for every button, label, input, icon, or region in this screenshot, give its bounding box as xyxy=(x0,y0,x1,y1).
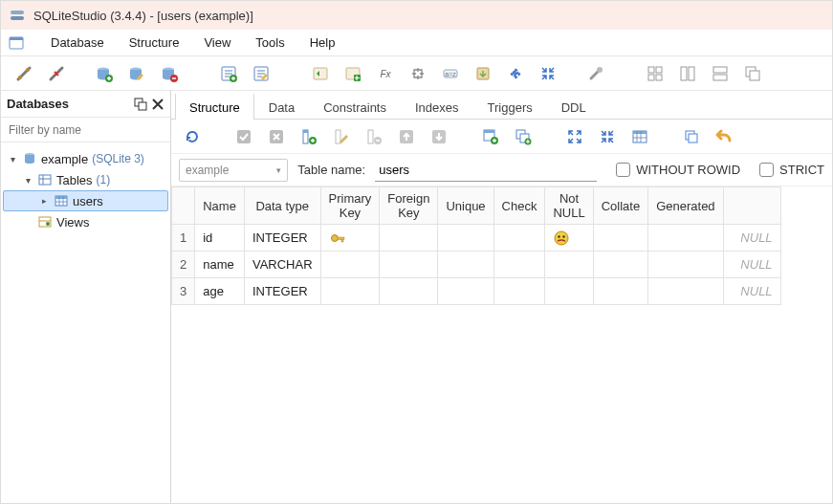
function-fx-icon[interactable]: Fx xyxy=(372,60,399,87)
tab-indexes[interactable]: Indexes xyxy=(401,94,473,120)
cell-pk[interactable] xyxy=(320,252,380,278)
sql-editor-icon[interactable] xyxy=(215,60,242,87)
header-name[interactable]: Name xyxy=(195,187,245,225)
cell-check[interactable] xyxy=(493,252,545,278)
cell-name[interactable]: age xyxy=(195,278,245,305)
import-table-icon[interactable] xyxy=(594,123,621,150)
export-table-icon[interactable] xyxy=(561,123,588,150)
create-table-similar-icon[interactable] xyxy=(477,123,504,150)
header-extra[interactable] xyxy=(723,187,780,225)
header-notnull[interactable]: Not NULL xyxy=(545,187,593,225)
tab-ddl[interactable]: DDL xyxy=(547,94,601,120)
cell-notnull[interactable] xyxy=(545,278,593,305)
expander-icon[interactable]: ▾ xyxy=(22,174,33,186)
cell-name[interactable]: name xyxy=(195,252,245,278)
header-collate[interactable]: Collate xyxy=(593,187,647,225)
cell-unique[interactable] xyxy=(438,252,493,278)
panel-popout-icon[interactable] xyxy=(134,98,147,111)
add-column-icon[interactable] xyxy=(296,123,322,150)
header-generated[interactable]: Generated xyxy=(648,187,723,225)
layout-rows-icon[interactable] xyxy=(707,60,734,87)
remove-database-icon[interactable] xyxy=(156,60,183,87)
cell-collate[interactable] xyxy=(593,225,647,252)
table-row[interactable]: 1idINTEGERNULL xyxy=(172,225,781,252)
extension-icon[interactable] xyxy=(405,60,431,87)
cell-check[interactable] xyxy=(493,225,545,252)
rollback-icon[interactable] xyxy=(263,123,290,150)
strict-checkbox[interactable]: STRICT xyxy=(759,163,824,177)
cell-name[interactable]: id xyxy=(195,225,245,252)
tree-database-node[interactable]: ▾ example (SQLite 3) xyxy=(3,148,168,169)
tab-triggers[interactable]: Triggers xyxy=(473,94,547,120)
layout-cascade-icon[interactable] xyxy=(739,60,766,87)
tab-structure[interactable]: Structure xyxy=(175,93,254,120)
cell-collate[interactable] xyxy=(593,278,647,305)
header-unique[interactable]: Unique xyxy=(438,187,493,225)
layout-columns-icon[interactable] xyxy=(674,60,701,87)
cell-generated[interactable] xyxy=(648,278,723,305)
functions-editor-icon[interactable] xyxy=(307,60,334,87)
menu-help[interactable]: Help xyxy=(298,32,347,54)
move-up-icon[interactable] xyxy=(393,123,420,150)
expander-icon[interactable]: ▾ xyxy=(7,153,18,164)
configure-icon[interactable] xyxy=(582,60,609,87)
copy-icon[interactable] xyxy=(678,123,705,150)
cell-extra[interactable]: NULL xyxy=(723,252,780,278)
refresh-icon[interactable] xyxy=(179,123,206,150)
cell-notnull[interactable] xyxy=(545,252,593,278)
header-pk[interactable]: Primary Key xyxy=(320,187,380,225)
cell-generated[interactable] xyxy=(648,252,723,278)
move-down-icon[interactable] xyxy=(426,123,452,150)
window-menu-icon[interactable] xyxy=(5,32,28,55)
import-icon[interactable] xyxy=(470,60,496,87)
table-name-input[interactable] xyxy=(375,159,597,182)
menu-tools[interactable]: Tools xyxy=(244,32,296,54)
cell-pk[interactable] xyxy=(320,225,380,252)
edit-column-icon[interactable] xyxy=(328,123,355,150)
menu-structure[interactable]: Structure xyxy=(118,32,191,54)
without-rowid-checkbox[interactable]: WITHOUT ROWID xyxy=(616,163,740,177)
cell-unique[interactable] xyxy=(438,225,493,252)
undo-icon[interactable] xyxy=(711,123,737,150)
tree-table-users[interactable]: ▸ users xyxy=(3,190,168,211)
commit-icon[interactable] xyxy=(230,123,257,150)
cell-pk[interactable] xyxy=(320,278,380,305)
panel-close-icon[interactable] xyxy=(151,98,164,111)
cell-fk[interactable] xyxy=(380,278,438,305)
cell-collate[interactable] xyxy=(593,252,647,278)
database-filter-input[interactable] xyxy=(1,118,170,142)
disconnect-icon[interactable] xyxy=(43,60,70,87)
cell-datatype[interactable]: VARCHAR xyxy=(244,252,320,278)
tree-views-node[interactable]: Views xyxy=(3,211,168,232)
cell-fk[interactable] xyxy=(380,225,438,252)
populate-table-icon[interactable] xyxy=(626,123,653,150)
cell-extra[interactable]: NULL xyxy=(723,278,780,305)
menu-view[interactable]: View xyxy=(192,32,242,54)
add-database-icon[interactable] xyxy=(91,60,118,87)
encoding-icon[interactable]: a=z xyxy=(437,60,464,87)
create-table-copy-icon[interactable] xyxy=(510,123,537,150)
delete-column-icon[interactable] xyxy=(361,123,387,150)
sql-history-icon[interactable] xyxy=(248,60,274,87)
collations-editor-icon[interactable] xyxy=(340,60,366,87)
edit-database-icon[interactable] xyxy=(123,60,150,87)
tab-data[interactable]: Data xyxy=(254,94,309,120)
expander-icon[interactable]: ▸ xyxy=(38,195,50,207)
export-arrows-icon[interactable] xyxy=(502,60,529,87)
cell-unique[interactable] xyxy=(438,278,493,305)
tree-tables-node[interactable]: ▾ Tables (1) xyxy=(3,169,168,190)
tab-constraints[interactable]: Constraints xyxy=(309,94,401,120)
header-fk[interactable]: Foreign Key xyxy=(380,187,438,225)
cell-generated[interactable] xyxy=(648,225,723,252)
database-select[interactable]: example ▾ xyxy=(179,159,288,182)
header-check[interactable]: Check xyxy=(493,187,545,225)
cell-notnull[interactable] xyxy=(545,225,593,252)
cell-datatype[interactable]: INTEGER xyxy=(244,278,320,305)
contract-arrows-icon[interactable] xyxy=(535,60,561,87)
cell-fk[interactable] xyxy=(380,252,438,278)
cell-datatype[interactable]: INTEGER xyxy=(244,225,320,252)
cell-extra[interactable]: NULL xyxy=(723,225,780,252)
table-row[interactable]: 2nameVARCHARNULL xyxy=(172,252,781,278)
layout-grid-icon[interactable] xyxy=(642,60,669,87)
menu-database[interactable]: Database xyxy=(39,32,116,54)
